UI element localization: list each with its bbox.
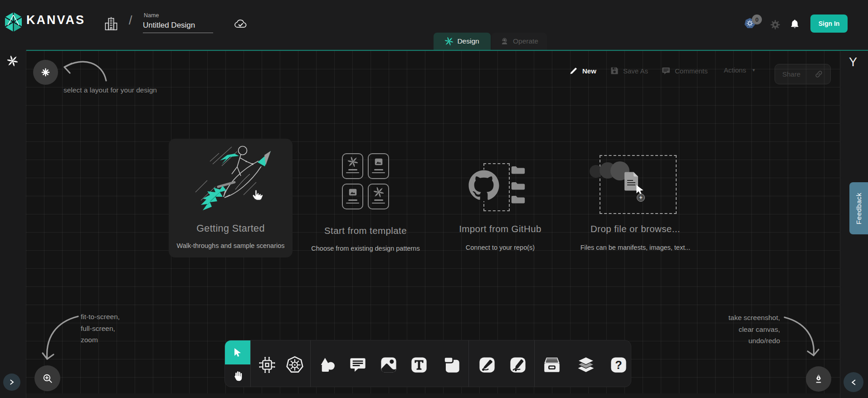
new-pencil-icon	[569, 66, 578, 75]
pan-tool[interactable]	[225, 364, 250, 387]
archive-tool[interactable]	[542, 355, 561, 374]
operate-person-icon	[500, 37, 509, 46]
cloud-saved-icon	[234, 18, 248, 29]
sign-in-button[interactable]: Sign In	[810, 15, 848, 33]
rocket-illustration	[192, 141, 276, 218]
comments-bubble-icon	[661, 66, 671, 76]
design-name-label: Name	[144, 12, 159, 19]
notifications-bell-icon[interactable]	[789, 19, 800, 30]
pinwheel-icon	[374, 187, 384, 197]
zoom-button[interactable]	[34, 365, 60, 391]
actions-dropdown[interactable]: Actions ▾	[724, 66, 755, 74]
brand-name: KANVAS	[26, 13, 85, 27]
feedback-label: Feedback	[855, 193, 863, 224]
notification-count-badge: 0	[752, 15, 762, 24]
kanvas-app: KANVAS / Name 0 Sign In Design Operate Y	[0, 0, 868, 398]
layout-hint-arrow	[51, 51, 110, 85]
select-tool[interactable]	[225, 340, 250, 364]
image-tool[interactable]	[379, 355, 398, 374]
card-title-getting-started: Getting Started	[169, 223, 293, 234]
tab-operate[interactable]: Operate	[492, 33, 547, 50]
design-spiral-icon	[445, 37, 453, 45]
template-tile	[368, 184, 389, 209]
template-tile	[342, 184, 363, 209]
comments-button[interactable]: Comments	[661, 66, 708, 76]
folder-icon	[511, 195, 526, 204]
card-subtitle-github: Connect to your repo(s)	[442, 244, 558, 251]
actions-label: Actions	[724, 66, 746, 74]
tab-operate-label: Operate	[513, 37, 538, 45]
kanvas-logo-icon	[5, 12, 22, 32]
expand-right-panel-button[interactable]	[844, 372, 863, 392]
pencil-tool[interactable]	[508, 355, 527, 374]
save-as-button[interactable]: Save As	[610, 66, 648, 75]
card-subtitle-getting-started: Walk-throughs and sample scenarios	[166, 242, 295, 249]
plus-badge: +	[637, 194, 645, 202]
hand-cursor	[249, 186, 266, 202]
image-icon	[347, 187, 358, 197]
settings-gear-icon[interactable]	[770, 19, 781, 30]
left-panel-strip	[0, 50, 26, 398]
comments-label: Comments	[675, 67, 708, 75]
folder-icon	[511, 181, 526, 191]
chevron-down-icon: ▾	[752, 67, 755, 73]
screenshot-hint-arrow	[783, 315, 821, 362]
layout-asterisk-icon	[40, 67, 51, 78]
magnifier-plus-icon	[42, 373, 54, 384]
help-tool[interactable]	[609, 355, 628, 374]
expand-left-panel-button[interactable]	[3, 374, 20, 391]
tool-palette	[224, 340, 631, 387]
tab-design-label: Design	[457, 37, 479, 45]
card-subtitle-template: Choose from existing design patterns	[296, 245, 435, 252]
breadcrumb-slash: /	[129, 14, 132, 28]
folder-icon	[511, 165, 526, 175]
share-link-icon	[814, 70, 823, 78]
layers-tool[interactable]	[576, 355, 595, 374]
comment-tool[interactable]	[348, 355, 367, 374]
template-tile	[368, 153, 389, 179]
cursor-arrow-icon	[232, 347, 243, 358]
image-icon	[373, 157, 384, 167]
app-header: KANVAS / Name 0 Sign In Design Operate	[0, 0, 868, 50]
tab-design[interactable]: Design	[434, 33, 491, 50]
card-subtitle-drop: Files can be manifests, images, text...	[573, 244, 697, 251]
layout-hint-text: select a layout for your design	[63, 84, 157, 96]
new-button[interactable]: New	[569, 66, 596, 75]
template-tile	[342, 153, 363, 179]
template-thumbnails	[342, 153, 389, 209]
design-name-input[interactable]	[143, 21, 213, 33]
org-building-icon[interactable]	[104, 16, 118, 31]
kubernetes-tool[interactable]	[285, 355, 304, 374]
left-panel-spiral-icon[interactable]	[7, 56, 18, 66]
hand-icon	[232, 370, 244, 382]
share-button[interactable]: Share	[775, 64, 831, 84]
card-title-github: Import from GitHub	[448, 223, 552, 234]
screenshot-pen-button[interactable]	[806, 366, 831, 392]
save-as-label: Save As	[623, 67, 648, 75]
github-octocat-icon	[468, 170, 500, 201]
screenshot-hint-text: take screenshot, clear canvas, undo/redo	[692, 312, 780, 347]
card-title-drop: Drop file or browse...	[578, 223, 692, 234]
microchip-tool[interactable]	[258, 355, 277, 374]
share-label: Share	[782, 70, 800, 78]
feedback-tab[interactable]: Feedback	[849, 182, 868, 234]
pen-nib-icon	[813, 373, 824, 385]
right-panel-y-logo[interactable]: Y	[849, 55, 857, 69]
text-tool[interactable]	[410, 355, 429, 374]
note-tool[interactable]	[443, 355, 462, 374]
card-title-template: Start from template	[299, 225, 432, 236]
new-label: New	[582, 67, 596, 75]
pinwheel-icon	[348, 157, 358, 167]
pen-path-tool[interactable]	[478, 355, 497, 374]
zoom-hint-arrow	[40, 314, 82, 364]
zoom-hint-text: fit-to-screen, full-screen, zoom	[81, 311, 120, 346]
shapes-tool[interactable]	[318, 355, 337, 374]
save-floppy-icon	[610, 66, 619, 75]
